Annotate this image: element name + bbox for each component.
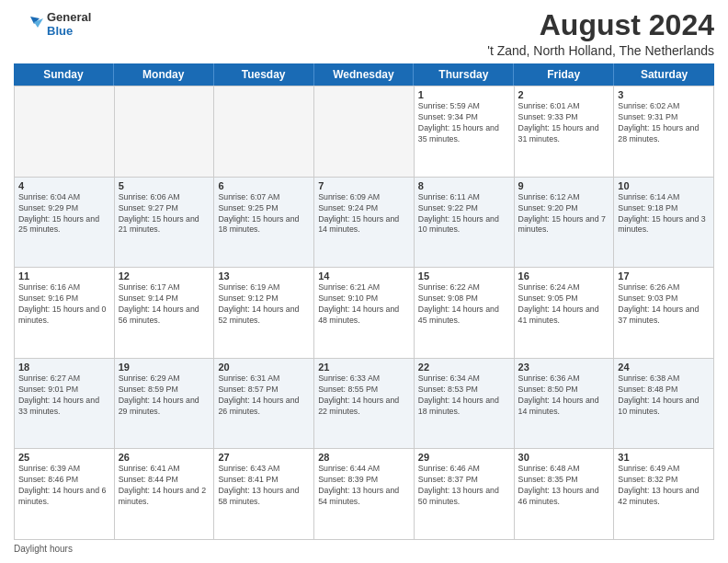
cell-detail: Sunrise: 6:09 AMSunset: 9:24 PMDaylight:… <box>318 192 410 236</box>
cell-detail: Sunrise: 6:26 AMSunset: 9:03 PMDaylight:… <box>618 282 710 327</box>
day-number: 29 <box>418 452 510 463</box>
cell-detail: Sunrise: 6:01 AMSunset: 9:33 PMDaylight:… <box>518 101 610 145</box>
cell-detail: Sunrise: 6:29 AMSunset: 8:59 PMDaylight:… <box>119 373 210 418</box>
cell-detail: Sunrise: 6:38 AMSunset: 8:48 PMDaylight:… <box>618 373 710 418</box>
table-row: 5 Sunrise: 6:06 AMSunset: 9:27 PMDayligh… <box>115 178 215 269</box>
table-row: 4 Sunrise: 6:04 AMSunset: 9:29 PMDayligh… <box>15 178 115 269</box>
table-row: 9 Sunrise: 6:12 AMSunset: 9:20 PMDayligh… <box>515 178 615 269</box>
table-row <box>15 86 115 178</box>
day-number: 6 <box>218 180 310 191</box>
cell-detail: Sunrise: 6:21 AMSunset: 9:10 PMDaylight:… <box>318 282 410 327</box>
day-number: 28 <box>318 452 410 463</box>
cell-detail: Sunrise: 6:27 AMSunset: 9:01 PMDaylight:… <box>18 373 110 418</box>
cell-detail: Sunrise: 6:04 AMSunset: 9:29 PMDaylight:… <box>18 192 110 236</box>
table-row: 30 Sunrise: 6:48 AMSunset: 8:35 PMDaylig… <box>515 449 615 540</box>
table-row: 14 Sunrise: 6:21 AMSunset: 9:10 PMDaylig… <box>314 268 415 359</box>
table-row: 18 Sunrise: 6:27 AMSunset: 9:01 PMDaylig… <box>15 359 115 450</box>
table-row: 6 Sunrise: 6:07 AMSunset: 9:25 PMDayligh… <box>214 178 314 269</box>
cell-detail: Sunrise: 6:06 AMSunset: 9:27 PMDaylight:… <box>119 192 210 236</box>
table-row: 12 Sunrise: 6:17 AMSunset: 9:14 PMDaylig… <box>115 268 215 359</box>
cell-detail: Sunrise: 6:24 AMSunset: 9:05 PMDaylight:… <box>518 282 610 327</box>
day-number: 19 <box>119 362 210 373</box>
table-row: 29 Sunrise: 6:46 AMSunset: 8:37 PMDaylig… <box>415 449 515 540</box>
day-number: 31 <box>618 452 710 463</box>
logo-general-text: General <box>47 11 91 25</box>
day-number: 12 <box>119 270 210 282</box>
day-number: 27 <box>218 452 310 463</box>
cell-detail: Sunrise: 6:12 AMSunset: 9:20 PMDaylight:… <box>518 192 610 236</box>
table-row: 3 Sunrise: 6:02 AMSunset: 9:31 PMDayligh… <box>614 86 714 178</box>
header-friday: Friday <box>514 63 614 86</box>
calendar-week-2: 4 Sunrise: 6:04 AMSunset: 9:29 PMDayligh… <box>15 178 714 269</box>
cell-detail: Sunrise: 6:41 AMSunset: 8:44 PMDaylight:… <box>119 464 210 508</box>
cell-detail: Sunrise: 6:11 AMSunset: 9:22 PMDaylight:… <box>418 192 510 236</box>
calendar-week-4: 18 Sunrise: 6:27 AMSunset: 9:01 PMDaylig… <box>15 359 714 450</box>
table-row: 28 Sunrise: 6:44 AMSunset: 8:39 PMDaylig… <box>314 449 415 540</box>
table-row: 23 Sunrise: 6:36 AMSunset: 8:50 PMDaylig… <box>515 359 615 450</box>
day-number: 25 <box>18 452 110 463</box>
day-number: 8 <box>418 180 510 191</box>
table-row: 11 Sunrise: 6:16 AMSunset: 9:16 PMDaylig… <box>15 268 115 359</box>
day-number: 17 <box>618 270 710 282</box>
day-number: 4 <box>18 180 110 191</box>
table-row: 22 Sunrise: 6:34 AMSunset: 8:53 PMDaylig… <box>415 359 515 450</box>
cell-detail: Sunrise: 6:33 AMSunset: 8:55 PMDaylight:… <box>318 373 410 418</box>
day-number: 13 <box>218 270 310 282</box>
table-row: 24 Sunrise: 6:38 AMSunset: 8:48 PMDaylig… <box>614 359 714 450</box>
table-row <box>314 86 415 178</box>
day-number: 5 <box>119 180 210 191</box>
day-number: 16 <box>518 270 610 282</box>
calendar-header: Sunday Monday Tuesday Wednesday Thursday… <box>14 63 714 86</box>
cell-detail: Sunrise: 6:19 AMSunset: 9:12 PMDaylight:… <box>218 282 310 327</box>
page: General Blue August 2024 't Zand, North … <box>0 0 728 563</box>
header-saturday: Saturday <box>614 63 714 86</box>
table-row: 25 Sunrise: 6:39 AMSunset: 8:46 PMDaylig… <box>15 449 115 540</box>
table-row <box>115 86 215 178</box>
cell-detail: Sunrise: 6:43 AMSunset: 8:41 PMDaylight:… <box>218 464 310 508</box>
cell-detail: Sunrise: 6:39 AMSunset: 8:46 PMDaylight:… <box>18 464 110 508</box>
day-number: 3 <box>618 89 710 100</box>
cell-detail: Sunrise: 6:07 AMSunset: 9:25 PMDaylight:… <box>218 192 310 236</box>
table-row: 15 Sunrise: 6:22 AMSunset: 9:08 PMDaylig… <box>415 268 515 359</box>
table-row: 1 Sunrise: 5:59 AMSunset: 9:34 PMDayligh… <box>415 86 515 178</box>
daylight-hours-label: Daylight hours <box>14 544 73 554</box>
table-row: 20 Sunrise: 6:31 AMSunset: 8:57 PMDaylig… <box>214 359 314 450</box>
day-number: 30 <box>518 452 610 463</box>
day-number: 10 <box>618 180 710 191</box>
cell-detail: Sunrise: 6:17 AMSunset: 9:14 PMDaylight:… <box>119 282 210 327</box>
calendar: Sunday Monday Tuesday Wednesday Thursday… <box>14 63 714 540</box>
header-tuesday: Tuesday <box>214 63 314 86</box>
table-row: 19 Sunrise: 6:29 AMSunset: 8:59 PMDaylig… <box>115 359 215 450</box>
day-number: 2 <box>518 89 610 100</box>
table-row: 7 Sunrise: 6:09 AMSunset: 9:24 PMDayligh… <box>314 178 415 269</box>
table-row: 26 Sunrise: 6:41 AMSunset: 8:44 PMDaylig… <box>115 449 215 540</box>
cell-detail: Sunrise: 6:14 AMSunset: 9:18 PMDaylight:… <box>618 192 710 236</box>
table-row: 2 Sunrise: 6:01 AMSunset: 9:33 PMDayligh… <box>515 86 615 178</box>
cell-detail: Sunrise: 5:59 AMSunset: 9:34 PMDaylight:… <box>418 101 510 145</box>
cell-detail: Sunrise: 6:22 AMSunset: 9:08 PMDaylight:… <box>418 282 510 327</box>
day-number: 15 <box>418 270 510 282</box>
cell-detail: Sunrise: 6:44 AMSunset: 8:39 PMDaylight:… <box>318 464 410 508</box>
day-number: 20 <box>218 362 310 373</box>
table-row: 8 Sunrise: 6:11 AMSunset: 9:22 PMDayligh… <box>415 178 515 269</box>
location: 't Zand, North Holland, The Netherlands <box>487 43 714 58</box>
day-number: 22 <box>418 362 510 373</box>
day-number: 11 <box>18 270 110 282</box>
calendar-week-5: 25 Sunrise: 6:39 AMSunset: 8:46 PMDaylig… <box>15 449 714 540</box>
day-number: 7 <box>318 180 410 191</box>
day-number: 26 <box>119 452 210 463</box>
day-number: 14 <box>318 270 410 282</box>
day-number: 9 <box>518 180 610 191</box>
logo-blue-text: Blue <box>47 25 91 39</box>
table-row: 21 Sunrise: 6:33 AMSunset: 8:55 PMDaylig… <box>314 359 415 450</box>
month-year: August 2024 <box>487 9 714 41</box>
table-row: 27 Sunrise: 6:43 AMSunset: 8:41 PMDaylig… <box>214 449 314 540</box>
table-row <box>214 86 314 178</box>
day-number: 24 <box>618 362 710 373</box>
cell-detail: Sunrise: 6:36 AMSunset: 8:50 PMDaylight:… <box>518 373 610 418</box>
cell-detail: Sunrise: 6:31 AMSunset: 8:57 PMDaylight:… <box>218 373 310 418</box>
day-number: 1 <box>418 89 510 100</box>
table-row: 17 Sunrise: 6:26 AMSunset: 9:03 PMDaylig… <box>614 268 714 359</box>
calendar-week-3: 11 Sunrise: 6:16 AMSunset: 9:16 PMDaylig… <box>15 268 714 359</box>
logo: General Blue <box>14 9 91 40</box>
